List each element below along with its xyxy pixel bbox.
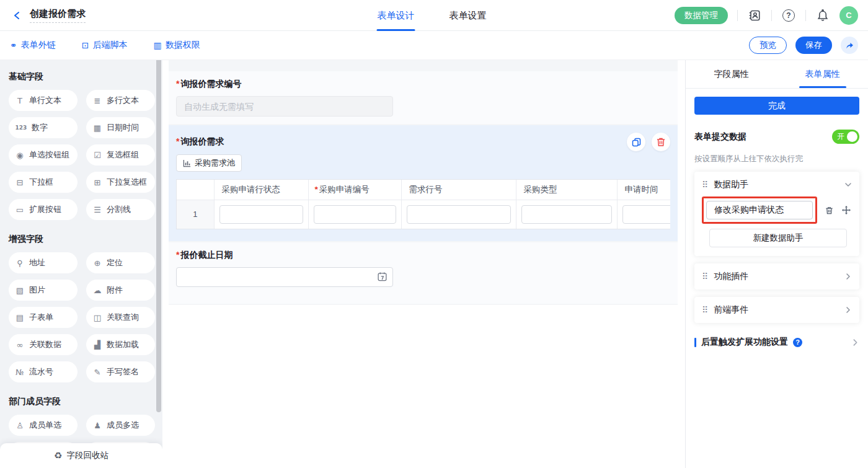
recycle-icon: ♻	[54, 450, 62, 461]
submit-data-toggle[interactable]: 开	[832, 130, 859, 144]
field-pill-divider[interactable]: ☰分割线	[86, 199, 155, 220]
field-quote-number[interactable]: *询报价需求编号	[169, 71, 678, 124]
drag-handle-icon[interactable]: ⠿	[702, 272, 708, 281]
backend-script-link[interactable]: ⊡ 后端脚本	[82, 40, 128, 51]
chevron-right-icon[interactable]	[844, 306, 852, 314]
col-header: 采购类型	[516, 180, 617, 200]
back-icon[interactable]	[10, 8, 25, 23]
textarea-icon: ≣	[92, 96, 102, 105]
help-badge-icon[interactable]: ?	[793, 338, 802, 347]
delete-field-button[interactable]	[652, 133, 670, 151]
field-pill-data-load[interactable]: ▟数据加载	[86, 334, 155, 355]
col-header: 采购申请行状态	[214, 180, 308, 200]
data-assistant-item[interactable]: 修改采购申请状态	[706, 201, 813, 219]
section-title-enhanced: 增强字段	[9, 234, 155, 245]
row-number-header	[177, 180, 214, 200]
field-pill-extend-button[interactable]: ▭扩展按钮	[9, 199, 78, 220]
users-icon: ♟	[92, 421, 102, 430]
field-pill-member-single[interactable]: ♙成员单选	[9, 415, 78, 436]
field-pill-datetime[interactable]: ▦日期时间	[86, 117, 155, 138]
field-pill-checkbox-group[interactable]: ☑复选框组	[86, 144, 155, 166]
field-pill-subform[interactable]: ▤子表单	[9, 307, 78, 328]
field-pill-number[interactable]: 123数字	[9, 117, 78, 138]
tab-form-properties[interactable]: 表单属性	[777, 60, 868, 88]
tab-form-design[interactable]: 表单设计	[377, 0, 414, 31]
sidebar-scrollbar[interactable]	[156, 60, 161, 412]
field-pill-radio-group[interactable]: ◉单选按钮组	[9, 144, 78, 166]
accent-bar	[694, 338, 696, 347]
field-deadline[interactable]: *报价截止日期	[169, 242, 678, 304]
drag-handle-icon[interactable]: ⠿	[702, 305, 708, 315]
table-cell-input[interactable]	[622, 205, 671, 224]
table-cell-input[interactable]	[521, 205, 612, 224]
chevron-right-icon[interactable]	[844, 273, 852, 280]
field-label: 询报价需求	[180, 136, 224, 146]
contacts-icon[interactable]	[747, 8, 762, 23]
trash-icon	[656, 137, 666, 147]
tab-form-settings[interactable]: 表单设置	[449, 0, 486, 31]
divider-icon: ☰	[92, 205, 102, 214]
bar-chart-icon: ▟	[92, 340, 102, 350]
done-button[interactable]: 完成	[694, 97, 859, 115]
dropdown-multi-icon: ⊞	[92, 178, 102, 187]
form-toolbar: ⚭ 表单外链 ⊡ 后端脚本 ▥ 数据权限 预览 保存	[0, 31, 868, 60]
field-pill-member-multi[interactable]: ♟成员多选	[86, 415, 155, 436]
post-trigger-settings[interactable]: 后置触发扩展功能设置 ?	[694, 337, 859, 348]
delete-assistant-icon[interactable]	[823, 205, 835, 216]
relate-data-icon: ∞	[15, 340, 25, 350]
form-external-link[interactable]: ⚭ 表单外链	[10, 40, 56, 51]
subform-icon: ▤	[15, 313, 25, 322]
data-manage-button[interactable]: 数据管理	[675, 7, 728, 24]
subform-table: 采购申请行状态 *采购申请编号 需求行号 采购类型 申请时间 1	[176, 179, 670, 229]
field-pill-single-text[interactable]: T单行文本	[9, 90, 78, 111]
app-header: 创建报价需求 表单设计 表单设置 数据管理 ? C	[0, 0, 868, 31]
move-handle-icon[interactable]	[841, 205, 852, 216]
function-plugins-header[interactable]: ⠿ 功能插件	[702, 271, 852, 282]
table-cell-input[interactable]	[219, 205, 303, 224]
field-recycle-bin[interactable]: ♻ 字段回收站	[0, 443, 162, 468]
field-pill-multiselect[interactable]: ⊞下拉复选框	[86, 172, 155, 193]
procurement-pool-button[interactable]: 采购需求池	[176, 154, 242, 172]
chevron-down-icon[interactable]	[844, 181, 852, 188]
form-body: *询报价需求编号 *询报价需求	[169, 60, 678, 305]
duplicate-field-button[interactable]	[627, 133, 645, 151]
field-pill-address[interactable]: ⚲地址	[9, 252, 78, 273]
col-header: *采购申请编号	[308, 180, 401, 200]
deadline-date-input[interactable]	[176, 267, 393, 287]
subform-data-row: 1	[177, 200, 670, 229]
field-pill-select[interactable]: ⊟下拉框	[9, 172, 78, 193]
field-pill-multi-text[interactable]: ≣多行文本	[86, 90, 155, 111]
share-button[interactable]	[841, 37, 858, 54]
properties-panel: 字段属性 表单属性 完成 表单提交数据 开 按设置顺序从上往下依次执行完 ⠿ 数…	[685, 60, 868, 468]
field-pill-signature[interactable]: ✎手写签名	[86, 361, 155, 382]
field-pill-attachment[interactable]: ☁附件	[86, 280, 155, 301]
toggle-knob	[847, 131, 857, 142]
field-label: 报价截止日期	[180, 250, 232, 260]
field-pill-serial[interactable]: №流水号	[9, 361, 78, 382]
notification-bell-icon[interactable]	[815, 8, 830, 23]
relate-query-icon: ◫	[92, 313, 102, 322]
preview-button[interactable]: 预览	[749, 37, 787, 54]
field-pill-image[interactable]: ▧图片	[9, 280, 78, 301]
field-pill-relate-data[interactable]: ∞关联数据	[9, 334, 78, 355]
chart-icon	[183, 159, 191, 167]
user-avatar[interactable]: C	[839, 6, 858, 25]
field-pill-locate[interactable]: ⊕定位	[86, 252, 155, 273]
page-title[interactable]: 创建报价需求	[30, 8, 86, 23]
field-pill-relate-query[interactable]: ◫关联查询	[86, 307, 155, 328]
field-quote-demand-subform[interactable]: *询报价需求 采购需求池	[169, 125, 678, 241]
save-button[interactable]: 保存	[795, 37, 832, 54]
field-label: 询报价需求编号	[180, 79, 241, 89]
cloud-upload-icon: ☁	[92, 286, 102, 295]
data-permission-link[interactable]: ▥ 数据权限	[153, 40, 200, 51]
quote-number-input[interactable]	[176, 96, 393, 117]
data-assistant-header[interactable]: ⠿ 数据助手	[702, 179, 852, 190]
table-cell-input[interactable]	[314, 205, 396, 224]
table-cell-input[interactable]	[407, 205, 511, 224]
frontend-events-header[interactable]: ⠿ 前端事件	[702, 304, 852, 316]
drag-handle-icon[interactable]: ⠿	[702, 180, 708, 190]
help-icon[interactable]: ?	[781, 8, 796, 23]
divider	[805, 10, 806, 21]
tab-field-properties[interactable]: 字段属性	[686, 60, 777, 88]
new-data-assistant-button[interactable]: 新建数据助手	[709, 229, 847, 247]
